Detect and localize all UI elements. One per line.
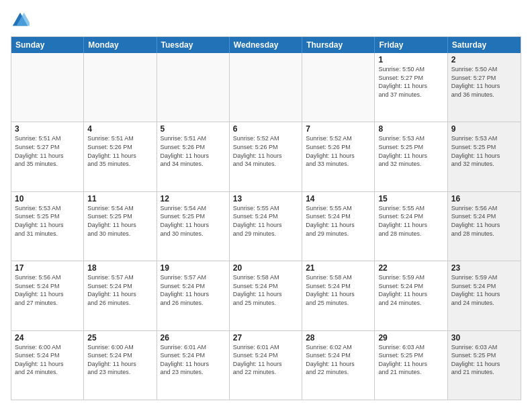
calendar-cell-19: 19Sunrise: 5:57 AM Sunset: 5:24 PM Dayli… bbox=[157, 261, 230, 330]
calendar: SundayMondayTuesdayWednesdayThursdayFrid… bbox=[11, 36, 521, 400]
logo bbox=[11, 11, 32, 30]
calendar-cell-28: 28Sunrise: 6:02 AM Sunset: 5:24 PM Dayli… bbox=[302, 331, 375, 400]
day-info: Sunrise: 5:55 AM Sunset: 5:24 PM Dayligh… bbox=[306, 204, 371, 238]
day-number: 3 bbox=[15, 124, 80, 134]
day-number: 22 bbox=[378, 263, 443, 273]
calendar-cell-4: 4Sunrise: 5:51 AM Sunset: 5:26 PM Daylig… bbox=[84, 122, 157, 191]
calendar-cell-1: 1Sunrise: 5:50 AM Sunset: 5:27 PM Daylig… bbox=[375, 53, 447, 122]
day-number: 10 bbox=[15, 194, 80, 203]
calendar-cell-24: 24Sunrise: 6:00 AM Sunset: 5:24 PM Dayli… bbox=[11, 331, 84, 400]
header-cell-friday: Friday bbox=[375, 37, 447, 53]
day-info: Sunrise: 5:57 AM Sunset: 5:24 PM Dayligh… bbox=[87, 273, 152, 307]
calendar-cell-5: 5Sunrise: 5:51 AM Sunset: 5:26 PM Daylig… bbox=[157, 122, 230, 191]
day-number: 29 bbox=[378, 333, 443, 342]
day-number: 1 bbox=[378, 55, 443, 64]
calendar-row-2: 10Sunrise: 5:53 AM Sunset: 5:25 PM Dayli… bbox=[11, 192, 521, 261]
day-info: Sunrise: 5:52 AM Sunset: 5:26 PM Dayligh… bbox=[233, 134, 298, 168]
header bbox=[11, 11, 521, 30]
calendar-cell-6: 6Sunrise: 5:52 AM Sunset: 5:26 PM Daylig… bbox=[230, 122, 302, 191]
calendar-cell-empty bbox=[230, 53, 302, 122]
page: SundayMondayTuesdayWednesdayThursdayFrid… bbox=[0, 0, 532, 411]
day-info: Sunrise: 5:56 AM Sunset: 5:24 PM Dayligh… bbox=[15, 273, 80, 307]
calendar-cell-14: 14Sunrise: 5:55 AM Sunset: 5:24 PM Dayli… bbox=[302, 192, 375, 261]
day-info: Sunrise: 6:02 AM Sunset: 5:24 PM Dayligh… bbox=[306, 343, 371, 377]
day-number: 18 bbox=[87, 263, 152, 273]
day-number: 16 bbox=[451, 194, 517, 203]
day-number: 15 bbox=[378, 194, 443, 203]
calendar-cell-27: 27Sunrise: 6:01 AM Sunset: 5:24 PM Dayli… bbox=[230, 331, 302, 400]
calendar-header: SundayMondayTuesdayWednesdayThursdayFrid… bbox=[11, 37, 521, 53]
day-info: Sunrise: 5:55 AM Sunset: 5:24 PM Dayligh… bbox=[378, 204, 443, 238]
calendar-cell-18: 18Sunrise: 5:57 AM Sunset: 5:24 PM Dayli… bbox=[84, 261, 157, 330]
day-number: 13 bbox=[233, 194, 298, 203]
day-info: Sunrise: 6:03 AM Sunset: 5:25 PM Dayligh… bbox=[451, 343, 517, 377]
day-info: Sunrise: 6:00 AM Sunset: 5:24 PM Dayligh… bbox=[87, 343, 152, 377]
day-number: 14 bbox=[306, 194, 371, 203]
calendar-cell-22: 22Sunrise: 5:59 AM Sunset: 5:24 PM Dayli… bbox=[375, 261, 447, 330]
day-info: Sunrise: 5:57 AM Sunset: 5:24 PM Dayligh… bbox=[161, 273, 226, 307]
day-info: Sunrise: 5:51 AM Sunset: 5:27 PM Dayligh… bbox=[15, 134, 80, 168]
logo-icon bbox=[11, 11, 30, 30]
calendar-cell-21: 21Sunrise: 5:58 AM Sunset: 5:24 PM Dayli… bbox=[302, 261, 375, 330]
calendar-row-1: 3Sunrise: 5:51 AM Sunset: 5:27 PM Daylig… bbox=[11, 122, 521, 191]
day-number: 24 bbox=[15, 333, 80, 342]
calendar-row-3: 17Sunrise: 5:56 AM Sunset: 5:24 PM Dayli… bbox=[11, 261, 521, 330]
day-info: Sunrise: 5:53 AM Sunset: 5:25 PM Dayligh… bbox=[15, 204, 80, 238]
calendar-cell-13: 13Sunrise: 5:55 AM Sunset: 5:24 PM Dayli… bbox=[230, 192, 302, 261]
day-number: 9 bbox=[451, 124, 517, 134]
calendar-cell-12: 12Sunrise: 5:54 AM Sunset: 5:25 PM Dayli… bbox=[157, 192, 230, 261]
day-number: 27 bbox=[233, 333, 298, 342]
calendar-cell-10: 10Sunrise: 5:53 AM Sunset: 5:25 PM Dayli… bbox=[11, 192, 84, 261]
day-info: Sunrise: 5:50 AM Sunset: 5:27 PM Dayligh… bbox=[451, 65, 517, 99]
day-number: 5 bbox=[161, 124, 226, 134]
header-cell-tuesday: Tuesday bbox=[157, 37, 230, 53]
calendar-cell-20: 20Sunrise: 5:58 AM Sunset: 5:24 PM Dayli… bbox=[230, 261, 302, 330]
header-cell-wednesday: Wednesday bbox=[230, 37, 302, 53]
day-number: 2 bbox=[451, 55, 517, 64]
day-info: Sunrise: 5:54 AM Sunset: 5:25 PM Dayligh… bbox=[161, 204, 226, 238]
day-info: Sunrise: 6:03 AM Sunset: 5:25 PM Dayligh… bbox=[378, 343, 443, 377]
day-number: 8 bbox=[378, 124, 443, 134]
calendar-cell-29: 29Sunrise: 6:03 AM Sunset: 5:25 PM Dayli… bbox=[375, 331, 447, 400]
day-info: Sunrise: 5:52 AM Sunset: 5:26 PM Dayligh… bbox=[306, 134, 371, 168]
calendar-cell-11: 11Sunrise: 5:54 AM Sunset: 5:25 PM Dayli… bbox=[84, 192, 157, 261]
day-info: Sunrise: 6:01 AM Sunset: 5:24 PM Dayligh… bbox=[233, 343, 298, 377]
calendar-cell-23: 23Sunrise: 5:59 AM Sunset: 5:24 PM Dayli… bbox=[448, 261, 521, 330]
calendar-cell-16: 16Sunrise: 5:56 AM Sunset: 5:24 PM Dayli… bbox=[448, 192, 521, 261]
calendar-cell-25: 25Sunrise: 6:00 AM Sunset: 5:24 PM Dayli… bbox=[84, 331, 157, 400]
day-number: 26 bbox=[161, 333, 226, 342]
calendar-cell-empty bbox=[157, 53, 230, 122]
day-number: 7 bbox=[306, 124, 371, 134]
day-info: Sunrise: 5:51 AM Sunset: 5:26 PM Dayligh… bbox=[161, 134, 226, 168]
calendar-cell-8: 8Sunrise: 5:53 AM Sunset: 5:25 PM Daylig… bbox=[375, 122, 447, 191]
day-info: Sunrise: 5:58 AM Sunset: 5:24 PM Dayligh… bbox=[306, 273, 371, 307]
day-number: 21 bbox=[306, 263, 371, 273]
day-number: 28 bbox=[306, 333, 371, 342]
day-info: Sunrise: 5:50 AM Sunset: 5:27 PM Dayligh… bbox=[378, 65, 443, 99]
day-info: Sunrise: 5:58 AM Sunset: 5:24 PM Dayligh… bbox=[233, 273, 298, 307]
calendar-cell-9: 9Sunrise: 5:53 AM Sunset: 5:25 PM Daylig… bbox=[448, 122, 521, 191]
day-info: Sunrise: 5:54 AM Sunset: 5:25 PM Dayligh… bbox=[87, 204, 152, 238]
calendar-cell-7: 7Sunrise: 5:52 AM Sunset: 5:26 PM Daylig… bbox=[302, 122, 375, 191]
day-number: 17 bbox=[15, 263, 80, 273]
day-number: 20 bbox=[233, 263, 298, 273]
day-info: Sunrise: 5:53 AM Sunset: 5:25 PM Dayligh… bbox=[451, 134, 517, 168]
calendar-cell-empty bbox=[302, 53, 375, 122]
header-cell-monday: Monday bbox=[84, 37, 157, 53]
calendar-body: 1Sunrise: 5:50 AM Sunset: 5:27 PM Daylig… bbox=[11, 53, 521, 400]
day-info: Sunrise: 5:56 AM Sunset: 5:24 PM Dayligh… bbox=[451, 204, 517, 238]
calendar-cell-15: 15Sunrise: 5:55 AM Sunset: 5:24 PM Dayli… bbox=[375, 192, 447, 261]
day-info: Sunrise: 5:59 AM Sunset: 5:24 PM Dayligh… bbox=[451, 273, 517, 307]
day-info: Sunrise: 5:53 AM Sunset: 5:25 PM Dayligh… bbox=[378, 134, 443, 168]
header-cell-saturday: Saturday bbox=[448, 37, 521, 53]
calendar-cell-26: 26Sunrise: 6:01 AM Sunset: 5:24 PM Dayli… bbox=[157, 331, 230, 400]
day-info: Sunrise: 5:59 AM Sunset: 5:24 PM Dayligh… bbox=[378, 273, 443, 307]
day-number: 23 bbox=[451, 263, 517, 273]
day-number: 11 bbox=[87, 194, 152, 203]
calendar-cell-2: 2Sunrise: 5:50 AM Sunset: 5:27 PM Daylig… bbox=[448, 53, 521, 122]
day-number: 12 bbox=[161, 194, 226, 203]
day-number: 30 bbox=[451, 333, 517, 342]
day-number: 6 bbox=[233, 124, 298, 134]
calendar-cell-empty bbox=[84, 53, 157, 122]
day-info: Sunrise: 6:00 AM Sunset: 5:24 PM Dayligh… bbox=[15, 343, 80, 377]
